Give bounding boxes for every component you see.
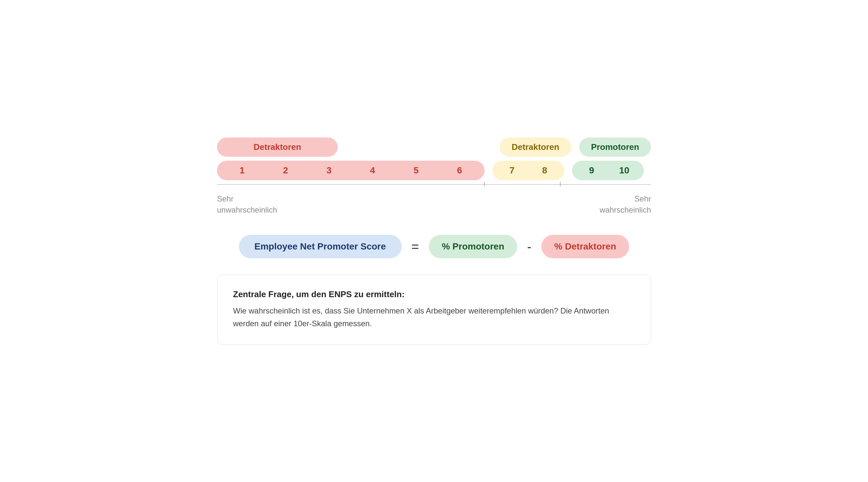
labels-row: Detraktoren Detraktoren Promotoren bbox=[217, 138, 651, 157]
numbers-green-group: 9 10 bbox=[572, 161, 644, 180]
num-9: 9 bbox=[575, 165, 608, 176]
formula-minus: - bbox=[527, 239, 531, 254]
num-8: 8 bbox=[528, 165, 561, 176]
scale-text-row: Sehr unwahrscheinlich Sehr wahrscheinlic… bbox=[217, 193, 651, 215]
label-detraktoren-red: Detraktoren bbox=[217, 138, 338, 157]
numbers-yellow-group: 7 8 bbox=[492, 161, 564, 180]
num-10: 10 bbox=[608, 165, 641, 176]
num-6: 6 bbox=[438, 165, 481, 176]
num-7: 7 bbox=[496, 165, 528, 176]
scale-line-wrapper bbox=[217, 181, 651, 188]
formula-detraktoren: % Detraktoren bbox=[541, 235, 629, 258]
info-title: Zentrale Frage, um den ENPS zu ermitteln… bbox=[233, 289, 635, 300]
num-5: 5 bbox=[394, 165, 438, 176]
scale-text-right: Sehr wahrscheinlich bbox=[600, 193, 651, 215]
formula-promotoren: % Promotoren bbox=[429, 235, 517, 258]
label-detraktoren-yellow: Detraktoren bbox=[500, 138, 571, 157]
numbers-row: 1 2 3 4 5 6 7 8 9 10 bbox=[217, 161, 651, 180]
scale-text-left: Sehr unwahrscheinlich bbox=[217, 193, 277, 215]
label-promotoren-green: Promotoren bbox=[579, 138, 651, 157]
tick-after-8 bbox=[560, 182, 561, 187]
num-1: 1 bbox=[220, 165, 264, 176]
formula-enps: Employee Net Promoter Score bbox=[239, 235, 402, 258]
scale-line bbox=[217, 184, 651, 185]
numbers-red-group: 1 2 3 4 5 6 bbox=[217, 161, 485, 180]
formula-section: Employee Net Promoter Score = % Promotor… bbox=[217, 235, 651, 258]
main-container: Detraktoren Detraktoren Promotoren 1 2 3… bbox=[217, 138, 651, 344]
num-4: 4 bbox=[351, 165, 394, 176]
tick-after-6 bbox=[484, 182, 485, 187]
num-2: 2 bbox=[264, 165, 307, 176]
scale-section: Detraktoren Detraktoren Promotoren 1 2 3… bbox=[217, 138, 651, 215]
info-box: Zentrale Frage, um den ENPS zu ermitteln… bbox=[217, 275, 651, 344]
info-text: Wie wahrscheinlich ist es, dass Sie Unte… bbox=[233, 305, 635, 330]
formula-equals: = bbox=[411, 239, 419, 254]
num-3: 3 bbox=[307, 165, 351, 176]
